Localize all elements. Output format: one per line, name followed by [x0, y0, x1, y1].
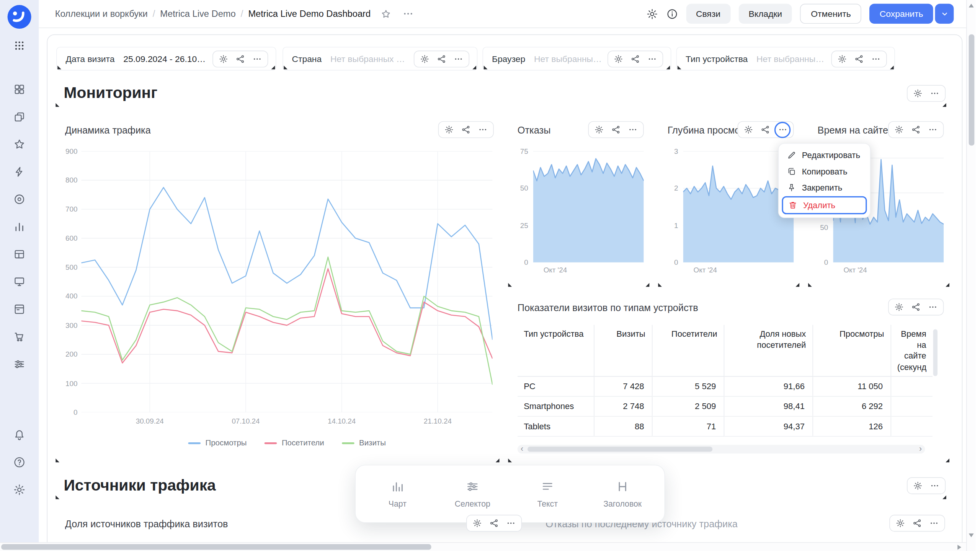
add-selector-button[interactable]: Селектор [453, 479, 492, 508]
widget-settings-button[interactable] [215, 51, 232, 67]
connections-button[interactable]: Связи [686, 4, 730, 24]
menu-item-pin[interactable]: Закрепить [782, 179, 867, 196]
resize-handle[interactable] [942, 496, 946, 499]
horizontal-scrollbar-thumb[interactable] [1, 544, 431, 550]
widget-more-button[interactable] [924, 122, 941, 137]
resize-handle[interactable] [890, 65, 894, 69]
resize-handle[interactable] [658, 283, 662, 287]
widget-links-button[interactable] [457, 122, 474, 137]
resize-handle[interactable] [678, 65, 681, 69]
apps-menu-icon[interactable] [14, 40, 25, 51]
dashboard-settings-gear-icon[interactable] [646, 8, 658, 20]
scroll-right-icon[interactable]: › [919, 445, 922, 453]
widget-settings-button[interactable] [591, 122, 608, 137]
resize-handle[interactable] [795, 283, 799, 287]
widget-more-button[interactable] [624, 122, 641, 137]
widget-more-button[interactable] [249, 51, 266, 67]
column-header[interactable]: Доля новых посетителей [724, 325, 813, 377]
widget-settings-button[interactable] [891, 299, 908, 315]
menu-item-delete[interactable]: Удалить [782, 196, 867, 214]
breadcrumb-more-icon[interactable] [402, 8, 413, 19]
scroll-right-icon[interactable] [957, 545, 961, 550]
widget-links-button[interactable] [486, 515, 503, 531]
widget-settings-button[interactable] [469, 515, 485, 531]
horizontal-scrollbar[interactable] [0, 542, 966, 551]
widget-settings-button[interactable] [416, 51, 433, 67]
resize-handle[interactable] [56, 496, 59, 499]
help-icon[interactable] [13, 456, 26, 469]
traffic-chart-plot[interactable] [81, 151, 492, 412]
widget-settings-button[interactable] [892, 515, 909, 531]
table-vertical-scrollbar-thumb[interactable] [933, 329, 938, 376]
widget-links-button[interactable] [608, 122, 624, 137]
widget-more-button[interactable] [926, 86, 943, 101]
widget-more-button-active[interactable] [774, 122, 791, 138]
widget-more-button[interactable] [924, 299, 941, 315]
resize-handle[interactable] [271, 65, 275, 69]
resize-handle[interactable] [284, 65, 287, 69]
resize-handle[interactable] [484, 65, 488, 69]
resize-handle[interactable] [57, 65, 61, 69]
resize-handle[interactable] [56, 458, 59, 462]
widget-more-button[interactable] [503, 515, 519, 531]
widget-more-button[interactable] [867, 51, 884, 67]
filter-value[interactable]: 25.09.2024 - 26.10.2024 [123, 54, 207, 64]
sidebar-item-tables[interactable] [13, 248, 26, 261]
resize-handle[interactable] [946, 458, 949, 462]
depth-chart-plot[interactable] [683, 151, 794, 262]
widget-settings-button[interactable] [834, 51, 851, 67]
resize-handle[interactable] [808, 283, 812, 287]
sidebar-item-dashboards[interactable] [13, 83, 26, 96]
vertical-scrollbar-thumb[interactable] [969, 34, 975, 146]
sidebar-item-quick-actions[interactable] [13, 166, 26, 178]
menu-item-copy[interactable]: Копировать [782, 163, 867, 179]
column-header[interactable]: Посетители [652, 325, 724, 377]
widget-more-button[interactable] [926, 478, 943, 494]
sidebar-item-favorites[interactable] [13, 138, 26, 151]
column-header[interactable]: Тип устройства [518, 325, 594, 377]
widget-settings-button[interactable] [910, 478, 926, 494]
favorite-star-icon[interactable] [381, 8, 391, 19]
add-heading-button[interactable]: Заголовок [603, 479, 642, 508]
scroll-left-icon[interactable]: ‹ [521, 445, 523, 453]
widget-links-button[interactable] [433, 51, 450, 67]
widget-links-button[interactable] [908, 299, 924, 315]
widget-links-button[interactable] [232, 51, 249, 67]
widget-more-button[interactable] [926, 515, 942, 531]
column-header[interactable]: Время на сайте (секунд [891, 325, 933, 377]
resize-handle[interactable] [472, 65, 476, 69]
widget-links-button[interactable] [627, 51, 644, 67]
widget-settings-button[interactable] [891, 122, 908, 137]
filter-placeholder[interactable]: Нет выбранных значений [534, 54, 602, 64]
legend-item-visits[interactable]: Визиты [341, 439, 386, 447]
widget-settings-button[interactable] [610, 51, 627, 67]
sidebar-item-storage[interactable] [13, 303, 26, 316]
menu-item-edit[interactable]: Редактировать [782, 147, 867, 163]
notifications-bell-icon[interactable] [13, 429, 26, 441]
widget-links-button[interactable] [851, 51, 867, 67]
resize-handle[interactable] [646, 283, 650, 287]
info-icon[interactable] [666, 8, 678, 20]
vertical-scrollbar[interactable] [966, 0, 975, 551]
sidebar-item-services[interactable] [13, 358, 26, 371]
breadcrumb-collections[interactable]: Коллекции и воркбуки [55, 9, 148, 19]
breadcrumb-workbook[interactable]: Metrica Live Demo [160, 9, 235, 19]
datalens-logo[interactable] [7, 4, 32, 29]
add-chart-button[interactable]: Чарт [378, 479, 417, 508]
widget-more-button[interactable] [450, 51, 467, 67]
column-header[interactable]: Просмотры [812, 325, 890, 377]
sidebar-item-collections[interactable] [13, 111, 26, 123]
resize-handle[interactable] [508, 283, 512, 287]
table-horizontal-scrollbar-thumb[interactable] [528, 447, 712, 452]
widget-more-button[interactable] [644, 51, 661, 67]
save-button[interactable]: Сохранить [870, 4, 933, 24]
sidebar-item-marketplace[interactable] [13, 331, 26, 343]
scroll-up-icon[interactable] [969, 4, 974, 8]
legend-item-visitors[interactable]: Посетители [264, 439, 324, 447]
tabs-button[interactable]: Вкладки [738, 4, 792, 24]
save-options-button[interactable] [935, 4, 954, 24]
resize-handle[interactable] [508, 458, 512, 462]
resize-handle[interactable] [946, 283, 949, 287]
resize-handle[interactable] [942, 103, 946, 107]
sidebar-settings-icon[interactable] [13, 484, 26, 496]
